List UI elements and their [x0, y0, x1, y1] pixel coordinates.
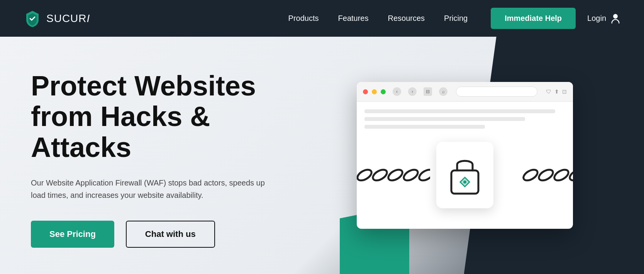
nav-links: Products Features Resources Pricing	[288, 14, 468, 23]
content-lines	[364, 109, 565, 129]
browser-content	[357, 102, 573, 221]
navbar: SUCURi Products Features Resources Prici…	[0, 0, 644, 37]
browser-dot-red	[363, 89, 368, 94]
login-area[interactable]: Login	[587, 13, 621, 24]
browser-search-button: ⌕	[439, 87, 447, 96]
lock-card	[436, 142, 493, 208]
svg-point-10	[537, 167, 555, 182]
chain-left-icon	[357, 163, 430, 187]
nav-products[interactable]: Products	[288, 14, 319, 23]
content-line-3	[364, 125, 485, 129]
see-pricing-button[interactable]: See Pricing	[31, 221, 114, 248]
nav-pricing[interactable]: Pricing	[444, 14, 468, 23]
hero-left: Protect Websites from Hacks & Attacks Ou…	[0, 37, 317, 274]
svg-point-9	[522, 167, 539, 182]
svg-point-8	[463, 180, 466, 184]
logo-area[interactable]: SUCURi	[23, 9, 90, 28]
browser-address-bar	[456, 87, 537, 97]
browser-shield-icon: 🛡	[546, 88, 551, 95]
browser-mockup: ‹ › ⊟ ⌕ 🛡 ⬆ ⊡	[357, 82, 573, 229]
content-line-1	[364, 109, 555, 113]
svg-point-4	[417, 167, 430, 182]
user-icon	[610, 13, 621, 24]
immediate-help-button[interactable]: Immediate Help	[491, 8, 576, 29]
nav-resources[interactable]: Resources	[388, 14, 425, 23]
browser-toolbar: ‹ › ⊟ ⌕ 🛡 ⬆ ⊡	[357, 82, 573, 102]
hero-subtitle: Our Website Application Firewall (WAF) s…	[31, 177, 278, 201]
nav-features[interactable]: Features	[338, 14, 369, 23]
chat-with-us-button[interactable]: Chat with us	[126, 221, 215, 248]
hero-buttons: See Pricing Chat with us	[31, 221, 293, 248]
svg-point-12	[568, 167, 573, 182]
browser-tab-button: ⊟	[424, 87, 432, 96]
svg-point-1	[371, 167, 389, 182]
content-line-2	[364, 117, 525, 121]
svg-point-3	[402, 167, 420, 182]
login-label: Login	[587, 14, 606, 23]
logo-text: SUCURi	[46, 12, 90, 25]
svg-point-0	[357, 167, 373, 182]
browser-dot-yellow	[372, 89, 377, 94]
browser-forward-button: ›	[408, 87, 417, 96]
browser-action-icons: 🛡 ⬆ ⊡	[546, 88, 567, 95]
lock-icon	[446, 151, 484, 197]
svg-point-11	[552, 167, 570, 182]
svg-point-2	[386, 167, 404, 182]
chain-right-icon	[519, 163, 573, 187]
hero-title: Protect Websites from Hacks & Attacks	[31, 71, 293, 163]
hero-section: Protect Websites from Hacks & Attacks Ou…	[0, 37, 644, 274]
browser-share-icon: ⬆	[554, 88, 559, 95]
browser-back-button: ‹	[393, 87, 401, 96]
browser-expand-icon: ⊡	[562, 88, 567, 95]
browser-dot-green	[381, 89, 386, 94]
hero-right: ‹ › ⊟ ⌕ 🛡 ⬆ ⊡	[317, 37, 644, 274]
sucuri-logo-icon	[23, 9, 42, 28]
